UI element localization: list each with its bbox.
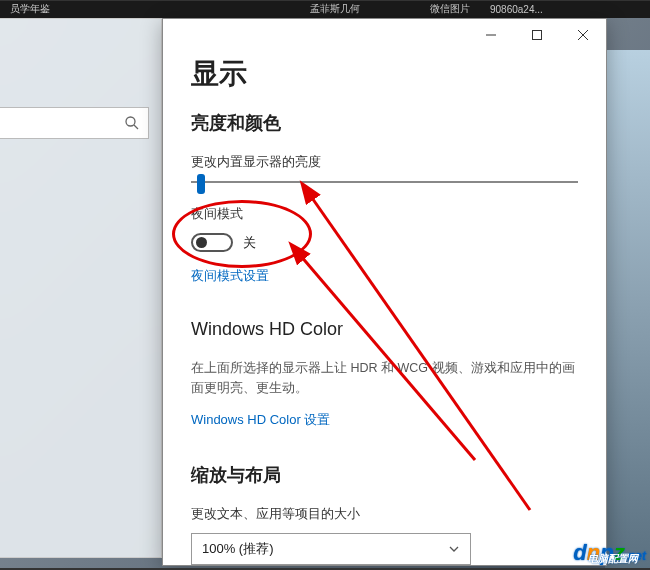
night-mode-label: 夜间模式 <box>191 205 578 223</box>
section-brightness-title: 亮度和颜色 <box>191 111 578 135</box>
svg-rect-3 <box>533 31 542 40</box>
search-icon <box>124 115 140 131</box>
taskbar-item: 员学年鉴 <box>10 2 50 16</box>
section-scale-title: 缩放与布局 <box>191 463 578 487</box>
settings-sidebar <box>0 18 162 558</box>
content-area: 显示 亮度和颜色 更改内置显示器的亮度 夜间模式 关 夜间模式设置 Window… <box>163 51 606 565</box>
close-button[interactable] <box>560 19 606 51</box>
watermark-sub: 电脑配置网 <box>588 552 638 566</box>
taskbar-item: 孟菲斯几何 <box>310 2 360 16</box>
section-hdcolor-title: Windows HD Color <box>191 319 578 340</box>
watermark-logo: dnpz.net 电脑配置网 <box>573 540 646 566</box>
brightness-slider-label: 更改内置显示器的亮度 <box>191 153 578 171</box>
night-mode-toggle[interactable] <box>191 233 233 252</box>
scale-dropdown-label: 更改文本、应用等项目的大小 <box>191 505 578 523</box>
chevron-down-icon <box>448 543 460 555</box>
frame-border <box>0 0 650 1</box>
titlebar <box>163 19 606 51</box>
page-title: 显示 <box>191 55 578 93</box>
settings-window: 显示 亮度和颜色 更改内置显示器的亮度 夜间模式 关 夜间模式设置 Window… <box>162 18 607 566</box>
svg-line-1 <box>134 125 138 129</box>
scale-dropdown[interactable]: 100% (推荐) <box>191 533 471 565</box>
toggle-knob <box>196 237 207 248</box>
taskbar: 员学年鉴 孟菲斯几何 微信图片 90860a24... <box>0 0 650 18</box>
svg-point-0 <box>126 117 135 126</box>
search-input[interactable] <box>0 107 149 139</box>
dropdown-value: 100% (推荐) <box>202 540 274 558</box>
minimize-button[interactable] <box>468 19 514 51</box>
night-mode-settings-link[interactable]: 夜间模式设置 <box>191 267 269 285</box>
hdcolor-settings-link[interactable]: Windows HD Color 设置 <box>191 411 330 429</box>
brightness-slider[interactable] <box>191 181 578 183</box>
hdcolor-description: 在上面所选择的显示器上让 HDR 和 WCG 视频、游戏和应用中的画面更明亮、更… <box>191 358 578 398</box>
toggle-state-label: 关 <box>243 234 256 252</box>
taskbar-item: 微信图片 <box>430 2 470 16</box>
maximize-button[interactable] <box>514 19 560 51</box>
taskbar-item: 90860a24... <box>490 4 543 15</box>
slider-thumb[interactable] <box>197 174 205 194</box>
